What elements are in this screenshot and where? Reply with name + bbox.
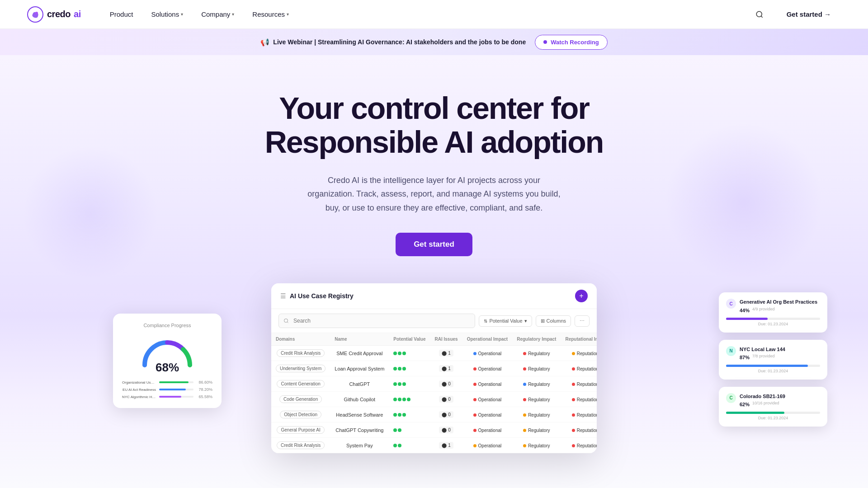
reputational-badge: Reputational: [572, 428, 597, 433]
company-chevron-icon: ▾: [232, 12, 234, 17]
nav-resources[interactable]: Resources ▾: [245, 7, 296, 22]
row-name: Loan Approval System: [330, 361, 389, 376]
watch-recording-label: Watch Recording: [551, 39, 599, 46]
right-card-title: Colorado SB21-169: [740, 393, 785, 399]
nav-company[interactable]: Company ▾: [194, 7, 241, 22]
col-name: Name: [330, 333, 389, 346]
banner-text: 📢 Live Webinar | Streamlining AI Governa…: [260, 38, 526, 47]
operational-badge: Operational: [473, 382, 502, 387]
right-card-progress-bar: [726, 412, 784, 414]
reputational-badge: Reputational: [572, 382, 597, 387]
table-row[interactable]: General Purpose AI ChatGPT Copywriting ⬤…: [271, 422, 597, 438]
columns-btn[interactable]: ⊞ Columns: [536, 315, 571, 327]
row-name: ChatGPT Copywriting: [330, 422, 389, 438]
domain-tag: Underwriting System: [276, 365, 326, 372]
logo[interactable]: credo ai: [27, 6, 81, 23]
potential-value-dots: [393, 352, 425, 355]
row-name: System Pay: [330, 438, 389, 453]
navbar: credo ai Product Solutions ▾ Company ▾ R…: [0, 0, 868, 29]
nav-product[interactable]: Product: [103, 7, 141, 22]
more-options-btn[interactable]: ⋯: [575, 315, 590, 327]
nav-actions: Get started →: [751, 6, 841, 23]
right-card-logo: C: [726, 393, 736, 403]
hero-title-line1: Your control center for: [279, 91, 589, 125]
table-row[interactable]: Content Generation ChatGPT ⬤ 0 Operation…: [271, 376, 597, 392]
right-card-due-date: Due: 01.23.2024: [726, 369, 820, 373]
get-started-nav-button[interactable]: Get started →: [777, 6, 841, 23]
compliance-item-2: EU AI Act Readiness 78.20%: [122, 387, 212, 392]
reputational-badge: Reputational: [572, 443, 597, 448]
nav-solutions[interactable]: Solutions ▾: [144, 7, 190, 22]
table-search-input[interactable]: [278, 314, 475, 328]
col-rai-issues: RAI Issues: [430, 333, 462, 346]
rai-badge: ⬤ 1: [439, 365, 453, 372]
resources-chevron-icon: ▾: [287, 12, 289, 17]
gauge-percent: 68%: [156, 361, 179, 375]
operational-badge: Operational: [473, 428, 502, 433]
dashboard-toolbar: ⇅ Potential Value ▾ ⊞ Columns ⋯: [271, 309, 597, 333]
right-card-title: Generative AI Org Best Practices: [740, 299, 817, 305]
compliance-item-3: NYC Algorithmic Hiring Law (LL144) 65.58…: [122, 394, 212, 399]
row-name: Github Copilot: [330, 392, 389, 407]
hero-get-started-button[interactable]: Get started: [396, 233, 472, 256]
right-card-progress-bar-bg: [726, 412, 820, 414]
rai-badge: ⬤ 0: [439, 427, 453, 433]
hero-subtitle: Credo AI is the intelligence layer for A…: [307, 174, 561, 215]
right-card-progress-bar-bg: [726, 318, 820, 320]
col-reputational-impact: Reputational Impact: [561, 333, 597, 346]
regulatory-badge: Regulatory: [523, 413, 550, 418]
domain-tag: Credit Risk Analysis: [277, 441, 325, 449]
logo-credo: credo: [47, 9, 71, 19]
potential-value-filter[interactable]: ⇅ Potential Value ▾: [479, 315, 532, 327]
logo-text: credo ai: [47, 9, 81, 19]
domain-tag: Code Generation: [279, 395, 322, 403]
right-card-meta: 4/9 provided: [752, 307, 775, 311]
right-card-progress-bar-bg: [726, 365, 820, 367]
right-card-meta: 7/8 provided: [752, 354, 775, 358]
col-domains: Domains: [271, 333, 330, 346]
menu-icon: ☰: [280, 292, 286, 300]
columns-icon: ⊞: [541, 318, 545, 324]
col-regulatory-impact: Regulatory Impact: [512, 333, 561, 346]
operational-badge: Operational: [473, 413, 502, 418]
operational-badge: Operational: [473, 351, 502, 356]
table-row[interactable]: Code Generation Github Copilot ⬤ 0 Opera…: [271, 392, 597, 407]
svg-point-2: [756, 11, 762, 17]
regulatory-badge: Regulatory: [523, 366, 550, 371]
table-row[interactable]: Object Detection HeadSense Software ⬤ 0 …: [271, 407, 597, 422]
logo-ai: ai: [74, 9, 81, 19]
right-card-meta: 10/16 provided: [752, 401, 779, 405]
reputational-badge: Reputational: [572, 366, 597, 371]
col-potential-value: Potential Value: [389, 333, 430, 346]
reputational-badge: Reputational: [572, 351, 597, 356]
right-card-progress-bar: [726, 318, 768, 320]
compliance-progress-card: Compliance Progress 68% Organizational U…: [113, 314, 222, 408]
table-row[interactable]: Underwriting System Loan Approval System…: [271, 361, 597, 376]
domain-tag: Object Detection: [280, 411, 321, 418]
potential-value-dots: [393, 444, 425, 447]
potential-value-dots: [393, 413, 425, 417]
rai-badge: ⬤ 0: [439, 380, 453, 387]
row-name: HeadSense Software: [330, 407, 389, 422]
operational-badge: Operational: [473, 397, 502, 402]
table-row[interactable]: Credit Risk Analysis System Pay ⬤ 1 Oper…: [271, 438, 597, 453]
dashboard-title: AI Use Case Registry: [290, 292, 354, 300]
table-header: Domains Name Potential Value RAI Issues …: [271, 333, 597, 346]
right-card-progress-bar: [726, 365, 808, 367]
compliance-items-list: Organizational Use of Generative AI 86.6…: [122, 380, 212, 399]
add-button[interactable]: +: [575, 290, 588, 302]
gauge-chart: 68%: [122, 333, 212, 375]
regulatory-badge: Regulatory: [523, 443, 550, 448]
table-row[interactable]: Credit Risk Analysis SME Credit Approval…: [271, 346, 597, 361]
potential-value-dots: [393, 382, 425, 386]
compliance-card-title: Compliance Progress: [122, 323, 212, 328]
right-card-pct: 44%: [740, 308, 750, 313]
watch-recording-button[interactable]: Watch Recording: [535, 35, 607, 50]
search-button[interactable]: [751, 6, 768, 23]
decorative-blob-left: [23, 145, 158, 281]
banner-emoji: 📢: [260, 38, 269, 47]
rai-badge: ⬤ 1: [439, 442, 453, 449]
right-card-pct: 62%: [740, 402, 750, 407]
potential-value-dots: [393, 367, 425, 371]
right-card-pct: 87%: [740, 355, 750, 360]
